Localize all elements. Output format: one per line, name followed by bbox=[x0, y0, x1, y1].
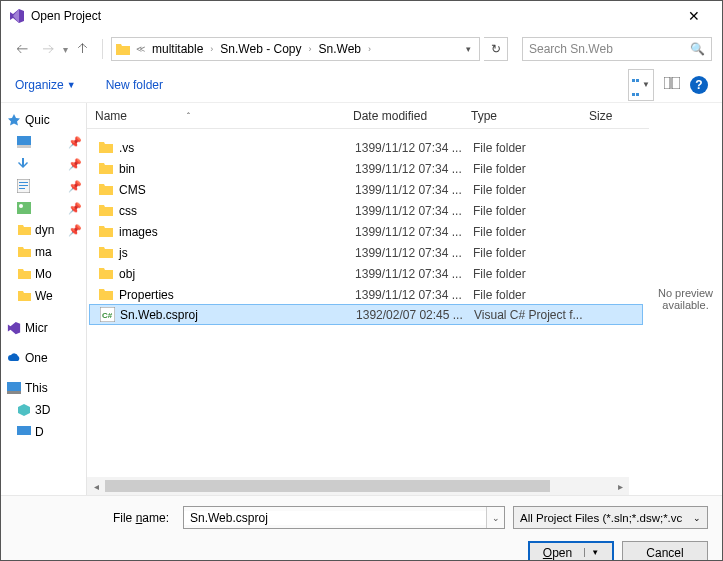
tree-item[interactable]: 📌 bbox=[7, 175, 84, 197]
sort-indicator-icon: ˆ bbox=[187, 111, 190, 121]
folder-icon bbox=[97, 141, 115, 154]
svg-rect-1 bbox=[672, 77, 680, 89]
col-date[interactable]: Date modified bbox=[353, 109, 471, 123]
folder-icon bbox=[97, 267, 115, 280]
tree-item[interactable]: Mo bbox=[7, 263, 84, 285]
col-size[interactable]: Size bbox=[589, 109, 649, 123]
file-date: 1399/11/12 07:34 ... bbox=[355, 246, 473, 260]
folder-icon bbox=[97, 288, 115, 301]
svg-point-9 bbox=[19, 204, 23, 208]
svg-rect-5 bbox=[19, 182, 28, 183]
col-name[interactable]: Name bbox=[95, 109, 127, 123]
folder-icon bbox=[114, 42, 132, 56]
preview-pane-button[interactable] bbox=[664, 77, 680, 92]
cloud-icon bbox=[7, 353, 21, 363]
tree-item[interactable]: 📌 bbox=[7, 197, 84, 219]
star-icon bbox=[7, 113, 21, 127]
titlebar: Open Project ✕ bbox=[1, 1, 722, 31]
folder-icon bbox=[17, 290, 31, 302]
tree-item[interactable]: 📌 bbox=[7, 153, 84, 175]
file-name: bin bbox=[115, 162, 355, 176]
chevron-icon[interactable]: › bbox=[366, 44, 373, 54]
new-folder-button[interactable]: New folder bbox=[106, 78, 163, 92]
help-button[interactable]: ? bbox=[690, 76, 708, 94]
tree-item[interactable]: 📌 bbox=[7, 131, 84, 153]
main-area: Quic 📌 📌 📌 📌 dyn📌 ma Mo We Micr One This… bbox=[1, 103, 722, 495]
tree-quick-access[interactable]: Quic bbox=[7, 109, 84, 131]
folder-icon bbox=[97, 225, 115, 238]
file-row[interactable]: Properties1399/11/12 07:34 ...File folde… bbox=[87, 284, 649, 305]
cancel-button[interactable]: Cancel bbox=[622, 541, 708, 561]
file-row[interactable]: bin1399/11/12 07:34 ...File folder bbox=[87, 158, 649, 179]
scroll-right-icon[interactable]: ▸ bbox=[611, 481, 629, 492]
folder-icon bbox=[97, 162, 115, 175]
filename-dropdown[interactable]: ⌄ bbox=[486, 507, 504, 528]
file-row[interactable]: .vs1399/11/12 07:34 ...File folder bbox=[87, 137, 649, 158]
breadcrumb[interactable]: multitable bbox=[149, 42, 206, 56]
file-row[interactable]: obj1399/11/12 07:34 ...File folder bbox=[87, 263, 649, 284]
file-name: Sn.Web.csproj bbox=[116, 308, 356, 322]
tree-item[interactable]: D bbox=[7, 421, 84, 443]
file-date: 1399/11/12 07:34 ... bbox=[355, 183, 473, 197]
address-dropdown[interactable]: ▾ bbox=[459, 44, 477, 54]
filetype-filter[interactable]: All Project Files (*.sln;*.dsw;*.vc⌄ bbox=[513, 506, 708, 529]
tree-this-pc[interactable]: This bbox=[7, 377, 84, 399]
downloads-icon bbox=[17, 157, 31, 171]
filename-field[interactable]: ⌄ bbox=[183, 506, 505, 529]
open-button[interactable]: Open▼ bbox=[528, 541, 614, 561]
pc-icon bbox=[7, 382, 21, 394]
tree-item[interactable]: ma bbox=[7, 241, 84, 263]
organize-menu[interactable]: Organize▼ bbox=[15, 78, 76, 92]
tree-item[interactable]: We bbox=[7, 285, 84, 307]
history-dropdown[interactable]: ▾ bbox=[63, 44, 68, 55]
tree-item[interactable]: Micr bbox=[7, 317, 84, 339]
scroll-thumb[interactable] bbox=[105, 480, 550, 492]
file-row[interactable]: css1399/11/12 07:34 ...File folder bbox=[87, 200, 649, 221]
folder-icon bbox=[97, 183, 115, 196]
horizontal-scrollbar[interactable]: ◂ ▸ bbox=[87, 477, 629, 495]
filename-input[interactable] bbox=[184, 511, 486, 525]
column-headers[interactable]: Nameˆ Date modified Type Size bbox=[87, 103, 649, 129]
tree-onedrive[interactable]: One bbox=[7, 347, 84, 369]
file-type: File folder bbox=[473, 204, 591, 218]
up-button[interactable]: 🡡 bbox=[72, 42, 94, 56]
navigation-tree[interactable]: Quic 📌 📌 📌 📌 dyn📌 ma Mo We Micr One This… bbox=[1, 103, 87, 495]
desktop-icon bbox=[17, 426, 31, 438]
folder-icon bbox=[17, 246, 31, 258]
folder-icon bbox=[17, 224, 31, 236]
close-button[interactable]: ✕ bbox=[674, 8, 714, 24]
svg-rect-2 bbox=[17, 136, 31, 145]
breadcrumb[interactable]: Sn.Web bbox=[316, 42, 364, 56]
window-title: Open Project bbox=[31, 9, 674, 23]
file-type: File folder bbox=[473, 183, 591, 197]
file-date: 1392/02/07 02:45 ... bbox=[356, 308, 474, 322]
chevron-icon[interactable]: › bbox=[208, 44, 215, 54]
file-date: 1399/11/12 07:34 ... bbox=[355, 288, 473, 302]
file-row[interactable]: js1399/11/12 07:34 ...File folder bbox=[87, 242, 649, 263]
back-button[interactable]: 🡠 bbox=[11, 38, 33, 60]
search-input[interactable]: Search Sn.Web 🔍 bbox=[522, 37, 712, 61]
file-date: 1399/11/12 07:34 ... bbox=[355, 141, 473, 155]
col-type[interactable]: Type bbox=[471, 109, 589, 123]
refresh-button[interactable]: ↻ bbox=[484, 37, 508, 61]
file-list: Nameˆ Date modified Type Size .vs1399/11… bbox=[87, 103, 649, 495]
tree-item[interactable]: dyn📌 bbox=[7, 219, 84, 241]
file-date: 1399/11/12 07:34 ... bbox=[355, 204, 473, 218]
search-icon: 🔍 bbox=[690, 42, 705, 56]
tree-item[interactable]: 3D bbox=[7, 399, 84, 421]
forward-button[interactable]: 🡢 bbox=[37, 38, 59, 60]
chevron-icon[interactable]: › bbox=[307, 44, 314, 54]
search-placeholder: Search Sn.Web bbox=[529, 42, 613, 56]
file-row[interactable]: C#Sn.Web.csproj1392/02/07 02:45 ...Visua… bbox=[89, 304, 643, 325]
file-row[interactable]: images1399/11/12 07:34 ...File folder bbox=[87, 221, 649, 242]
file-row[interactable]: CMS1399/11/12 07:34 ...File folder bbox=[87, 179, 649, 200]
svg-text:C#: C# bbox=[102, 311, 113, 320]
chevron-icon: ≪ bbox=[134, 44, 147, 54]
view-options[interactable]: ▼ bbox=[628, 69, 654, 101]
breadcrumb[interactable]: Sn.Web - Copy bbox=[217, 42, 304, 56]
toolbar: Organize▼ New folder ▼ ? bbox=[1, 67, 722, 103]
folder-icon bbox=[97, 246, 115, 259]
scroll-left-icon[interactable]: ◂ bbox=[87, 481, 105, 492]
address-bar[interactable]: ≪ multitable › Sn.Web - Copy › Sn.Web › … bbox=[111, 37, 480, 61]
svg-rect-12 bbox=[17, 426, 31, 435]
